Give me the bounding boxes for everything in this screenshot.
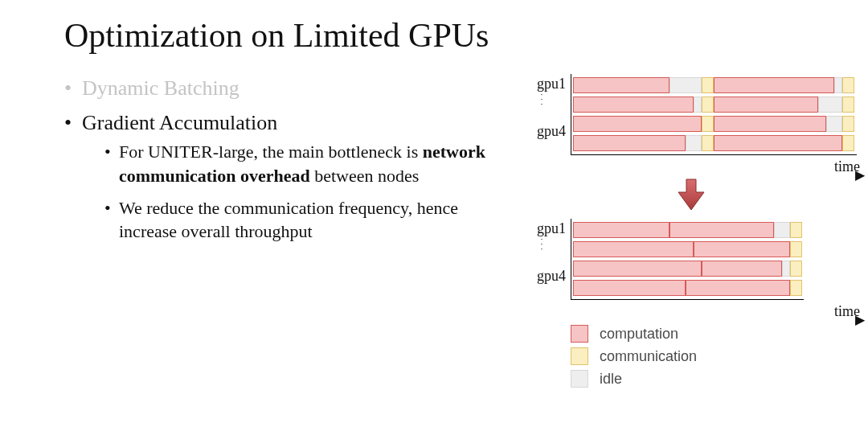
communication-bar: [842, 135, 854, 151]
time-label: time: [571, 155, 860, 175]
legend-label: computation: [600, 326, 678, 343]
sub-bullet-list: For UNITER-large, the main bottleneck is…: [82, 140, 514, 244]
chart-row: [573, 135, 855, 153]
idle-bar: [818, 96, 842, 113]
chart-row: [573, 77, 855, 95]
computation-bar: [714, 116, 826, 132]
computation-bar: [573, 116, 702, 132]
chart-after: ▶ time: [571, 219, 860, 320]
sub1-text-c: between nodes: [310, 166, 420, 186]
content-columns: Dynamic Batching Gradient Accumulation F…: [64, 74, 836, 392]
chart-before: ▶ time: [571, 74, 860, 175]
legend-swatch-computation: [571, 325, 588, 343]
slide: Optimization on Limited GPUs Dynamic Bat…: [0, 0, 868, 427]
idle-bar: [694, 96, 702, 113]
legend-label: communication: [600, 348, 697, 365]
chart-axes-after: [571, 219, 804, 300]
time-label: time: [571, 300, 860, 320]
sub-bullet-reduce: We reduce the communication frequency, h…: [104, 196, 514, 244]
computation-bar: [573, 261, 702, 277]
communication-bar: [702, 116, 714, 132]
idle-bar: [834, 77, 842, 93]
chart-axes-before: [571, 74, 857, 155]
sub-bullet-bottleneck: For UNITER-large, the main bottleneck is…: [104, 140, 514, 187]
chart-row: [573, 280, 802, 298]
communication-bar: [790, 280, 802, 296]
sub1-text-a: For UNITER-large, the main bottleneck is: [119, 142, 423, 162]
gpu-label-top: gpu1: [522, 76, 566, 92]
bullet-list: Dynamic Batching Gradient Accumulation F…: [64, 74, 514, 244]
legend-item-computation: computation: [571, 325, 860, 343]
arrow-down-icon: [675, 178, 707, 215]
computation-bar: [694, 241, 790, 257]
gpu-label-bottom: gpu4: [522, 123, 566, 140]
gpu-dots-icon: ···: [522, 237, 566, 252]
computation-bar: [573, 135, 686, 151]
idle-bar: [782, 261, 790, 277]
communication-bar: [842, 116, 854, 132]
gpu-labels-after: gpu1 ··· gpu4: [522, 219, 571, 285]
gpu-label-bottom: gpu4: [522, 268, 566, 285]
bullet-gradient-accumulation: Gradient Accumulation For UNITER-large, …: [64, 109, 514, 244]
gpu-labels-before: gpu1 ··· gpu4: [522, 74, 571, 140]
computation-bar: [686, 280, 790, 296]
slide-title: Optimization on Limited GPUs: [64, 16, 836, 55]
diagram-column: gpu1 ··· gpu4: [514, 74, 860, 392]
gpu-dots-icon: ···: [522, 92, 566, 107]
gpu-label-top: gpu1: [522, 220, 566, 237]
diagram-after: gpu1 ··· gpu4: [522, 219, 860, 320]
bullet-ga-label: Gradient Accumulation: [82, 111, 277, 134]
idle-bar: [686, 135, 702, 151]
computation-bar: [702, 261, 782, 277]
chart-row: [573, 261, 802, 278]
chart-row: [573, 116, 855, 133]
communication-bar: [702, 135, 714, 151]
computation-bar: [714, 96, 818, 113]
communication-bar: [790, 261, 802, 277]
computation-bar: [669, 222, 774, 238]
arrow-right-icon: ▶: [855, 312, 865, 327]
bullet-dynamic-batching: Dynamic Batching: [64, 74, 514, 102]
legend-swatch-idle: [571, 370, 588, 388]
diagram-before: gpu1 ··· gpu4: [522, 74, 860, 175]
legend-label: idle: [600, 371, 622, 388]
chart-row: [573, 241, 802, 259]
chart-row: [573, 222, 802, 240]
arrow-right-icon: ▶: [855, 167, 865, 183]
computation-bar: [714, 135, 842, 151]
computation-bar: [573, 222, 669, 238]
legend: computation communication idle: [571, 325, 860, 388]
computation-bar: [573, 241, 694, 257]
text-column: Dynamic Batching Gradient Accumulation F…: [64, 74, 514, 252]
idle-bar: [774, 222, 790, 238]
legend-item-communication: communication: [571, 347, 860, 365]
idle-bar: [669, 77, 702, 93]
communication-bar: [842, 77, 854, 93]
communication-bar: [702, 96, 714, 113]
communication-bar: [702, 77, 714, 93]
legend-item-idle: idle: [571, 370, 860, 388]
computation-bar: [573, 96, 694, 113]
computation-bar: [573, 280, 686, 296]
communication-bar: [842, 96, 854, 113]
idle-bar: [826, 116, 842, 132]
chart-row: [573, 96, 855, 114]
communication-bar: [790, 241, 802, 257]
legend-swatch-communication: [571, 347, 588, 365]
communication-bar: [790, 222, 802, 238]
computation-bar: [714, 77, 834, 93]
computation-bar: [573, 77, 669, 93]
